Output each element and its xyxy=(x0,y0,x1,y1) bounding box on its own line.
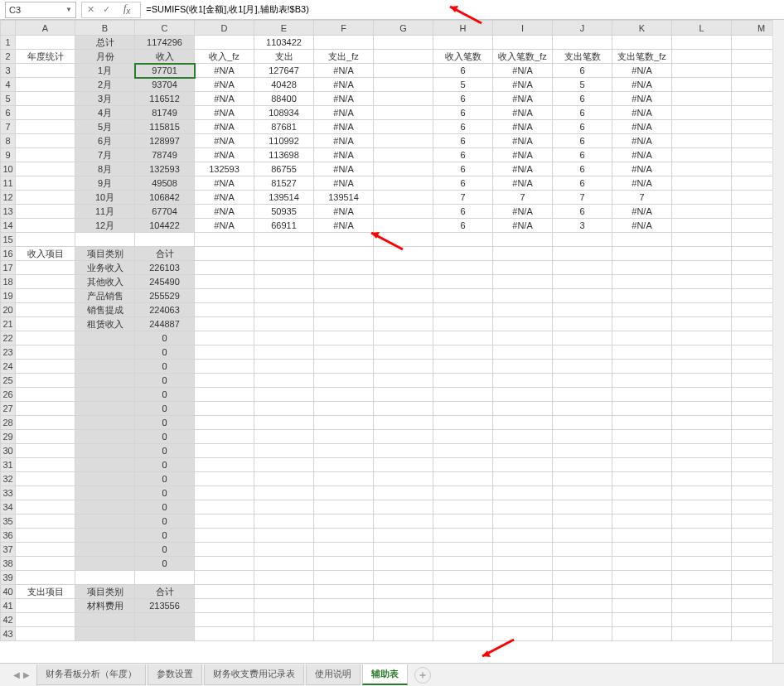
cell[interactable] xyxy=(433,36,493,50)
cell[interactable] xyxy=(553,571,612,585)
cell[interactable] xyxy=(672,148,732,162)
cell[interactable] xyxy=(672,50,732,64)
cell[interactable]: 6 xyxy=(553,205,612,219)
cell[interactable] xyxy=(314,261,374,275)
row-header[interactable]: 4 xyxy=(1,78,16,92)
cell[interactable] xyxy=(672,233,732,247)
cell[interactable] xyxy=(75,529,135,543)
cell[interactable]: 材料费用 xyxy=(75,599,135,613)
cell[interactable]: 7 xyxy=(493,191,553,205)
cell[interactable] xyxy=(374,331,433,345)
cell[interactable] xyxy=(195,627,254,641)
row-header[interactable]: 30 xyxy=(1,444,16,458)
cell[interactable] xyxy=(612,345,672,360)
cell[interactable] xyxy=(374,36,433,50)
row-header[interactable]: 36 xyxy=(1,529,16,543)
cell[interactable]: 0 xyxy=(135,430,195,444)
cell[interactable]: #N/A xyxy=(314,205,374,219)
cell[interactable] xyxy=(195,416,254,430)
cell[interactable] xyxy=(672,374,732,388)
row-header[interactable]: 27 xyxy=(1,402,16,416)
cell[interactable] xyxy=(612,317,672,331)
cell[interactable] xyxy=(314,500,374,514)
cell[interactable] xyxy=(314,388,374,402)
cell[interactable]: 139514 xyxy=(254,191,314,205)
cell[interactable] xyxy=(195,360,254,374)
row-header[interactable]: 38 xyxy=(1,557,16,571)
cell[interactable] xyxy=(254,261,314,275)
cell[interactable] xyxy=(433,374,493,388)
cell[interactable] xyxy=(16,162,75,176)
cell[interactable]: 产品销售 xyxy=(75,289,135,303)
cell[interactable] xyxy=(433,627,493,641)
cell[interactable] xyxy=(16,486,75,500)
cell[interactable] xyxy=(16,599,75,613)
cell[interactable] xyxy=(672,289,732,303)
cell[interactable]: 支出 xyxy=(254,50,314,64)
cell[interactable] xyxy=(612,360,672,374)
cell[interactable]: #N/A xyxy=(314,162,374,176)
cell[interactable] xyxy=(553,529,612,543)
cell[interactable] xyxy=(672,134,732,148)
row-header[interactable]: 43 xyxy=(1,627,16,641)
cell[interactable]: 87681 xyxy=(254,120,314,134)
cell[interactable]: 5 xyxy=(553,78,612,92)
cell[interactable]: 0 xyxy=(135,388,195,402)
cell[interactable] xyxy=(254,514,314,529)
cell[interactable] xyxy=(612,275,672,289)
row-header[interactable]: 25 xyxy=(1,374,16,388)
cell[interactable] xyxy=(433,613,493,627)
cell[interactable] xyxy=(374,78,433,92)
cell[interactable]: 255529 xyxy=(135,289,195,303)
row-header[interactable]: 11 xyxy=(1,176,16,191)
cell[interactable]: 12月 xyxy=(75,219,135,233)
cell[interactable] xyxy=(612,303,672,317)
row-header[interactable]: 29 xyxy=(1,430,16,444)
cell[interactable] xyxy=(374,458,433,472)
row-header[interactable]: 41 xyxy=(1,599,16,613)
cell[interactable]: #N/A xyxy=(493,134,553,148)
cell[interactable] xyxy=(612,571,672,585)
sheet-tab[interactable]: 辅助表 xyxy=(362,664,408,685)
cell[interactable]: #N/A xyxy=(314,78,374,92)
cell[interactable]: #N/A xyxy=(314,106,374,120)
cell[interactable]: #N/A xyxy=(195,120,254,134)
cell[interactable] xyxy=(612,374,672,388)
row-header[interactable]: 23 xyxy=(1,345,16,360)
cell[interactable] xyxy=(16,388,75,402)
cell[interactable]: 10月 xyxy=(75,191,135,205)
row-header[interactable]: 24 xyxy=(1,360,16,374)
cell[interactable]: 合计 xyxy=(135,585,195,599)
cell[interactable] xyxy=(16,134,75,148)
cell[interactable] xyxy=(374,430,433,444)
cell[interactable] xyxy=(672,261,732,275)
cell[interactable] xyxy=(195,388,254,402)
cell[interactable] xyxy=(672,458,732,472)
sheet-tab[interactable]: 财务收支费用记录表 xyxy=(204,664,304,685)
cell[interactable]: 6 xyxy=(433,120,493,134)
cell[interactable] xyxy=(314,247,374,261)
cell[interactable]: 支出_fz xyxy=(314,50,374,64)
cell[interactable] xyxy=(254,331,314,345)
row-header[interactable]: 19 xyxy=(1,289,16,303)
cell[interactable] xyxy=(195,345,254,360)
cell[interactable] xyxy=(612,529,672,543)
vertical-scrollbar[interactable] xyxy=(772,20,784,663)
cell[interactable] xyxy=(16,303,75,317)
cell[interactable] xyxy=(75,613,135,627)
cell[interactable] xyxy=(75,472,135,486)
cell[interactable] xyxy=(553,430,612,444)
cell[interactable]: #N/A xyxy=(612,176,672,191)
cell[interactable]: 224063 xyxy=(135,303,195,317)
cell[interactable]: 支出笔数 xyxy=(553,50,612,64)
cell[interactable] xyxy=(374,571,433,585)
cell[interactable] xyxy=(553,402,612,416)
cell[interactable] xyxy=(254,543,314,557)
cell[interactable] xyxy=(433,416,493,430)
cell[interactable]: #N/A xyxy=(612,205,672,219)
cell[interactable] xyxy=(612,416,672,430)
cell[interactable]: 93704 xyxy=(135,78,195,92)
row-header[interactable]: 14 xyxy=(1,219,16,233)
cell[interactable] xyxy=(493,36,553,50)
cell[interactable] xyxy=(135,233,195,247)
